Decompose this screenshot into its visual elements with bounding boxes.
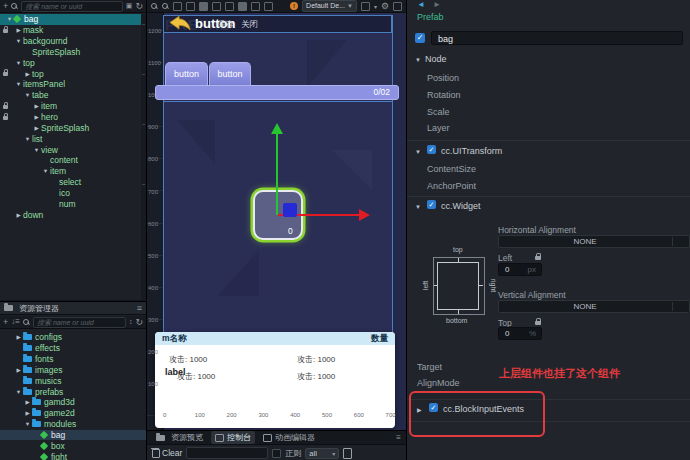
expand-arrow-icon[interactable]: ▶ bbox=[23, 410, 32, 416]
tree-row-list[interactable]: ▼list bbox=[0, 133, 146, 144]
tree-row-modules[interactable]: ▼modules bbox=[0, 419, 146, 430]
widget-section-header[interactable]: ▼ bbox=[415, 201, 425, 211]
rect-tool-icon[interactable] bbox=[186, 2, 195, 11]
refresh-icon[interactable]: ↻ bbox=[135, 1, 143, 11]
assets-search-icon[interactable] bbox=[23, 319, 30, 326]
expand-arrow-icon[interactable]: ▶ bbox=[23, 71, 32, 77]
anchor-tool-icon[interactable] bbox=[225, 2, 234, 11]
tree-row-tabe[interactable]: ▼tabe bbox=[0, 90, 146, 101]
tree-row-view[interactable]: ▼view bbox=[0, 144, 146, 155]
clear-button[interactable]: Clear bbox=[152, 448, 182, 458]
tree-row-backgournd[interactable]: ▼backgournd bbox=[0, 36, 146, 47]
expand-arrow-icon[interactable]: ▶ bbox=[32, 114, 41, 120]
top-offset-field[interactable]: 0 % bbox=[498, 327, 542, 340]
expand-arrow-icon[interactable]: ▶ bbox=[14, 334, 23, 340]
tree-row-mask[interactable]: ▶mask bbox=[0, 25, 146, 36]
expand-arrow-icon[interactable]: ▶ bbox=[32, 125, 41, 131]
warning-badge[interactable]: ! bbox=[290, 2, 298, 10]
tree-row-box[interactable]: box bbox=[0, 440, 146, 451]
collapse-arrow-icon[interactable]: ▼ bbox=[32, 147, 41, 153]
settings-gear-icon[interactable]: ⚙ bbox=[381, 1, 389, 11]
collapse-arrow-icon[interactable]: ▼ bbox=[23, 136, 32, 142]
tree-row-ico[interactable]: ico bbox=[0, 188, 146, 199]
tree-row-down[interactable]: ▶down bbox=[0, 209, 146, 220]
horizontal-alignment-dropdown[interactable]: NONE bbox=[498, 235, 690, 248]
locate-icon[interactable]: ▣ bbox=[126, 1, 133, 11]
align-tool-icon[interactable] bbox=[251, 2, 260, 11]
log-level-select[interactable]: all▾ bbox=[305, 448, 339, 459]
expand-arrow-icon[interactable]: ▶ bbox=[14, 212, 23, 218]
top-lock-icon[interactable] bbox=[535, 320, 541, 325]
left-offset-field[interactable]: 0 px bbox=[498, 263, 542, 276]
collapse-arrow-icon[interactable]: ▼ bbox=[14, 81, 23, 87]
prefab-tab-2[interactable]: button bbox=[209, 62, 251, 85]
console-filter-input[interactable] bbox=[186, 447, 268, 459]
tree-row-itemsPanel[interactable]: ▼itemsPanel bbox=[0, 79, 146, 90]
back-arrow-icon[interactable] bbox=[169, 15, 191, 31]
layout-icon[interactable] bbox=[361, 2, 370, 11]
vertical-alignment-dropdown[interactable]: NONE bbox=[498, 300, 690, 313]
console-menu-icon[interactable]: ≡ bbox=[396, 433, 401, 442]
expand-arrow-icon[interactable]: ▶ bbox=[14, 367, 23, 373]
close-button[interactable]: 关闭 bbox=[241, 19, 258, 31]
expand-arrow-icon[interactable]: ▶ bbox=[32, 103, 41, 109]
grid-tool-icon[interactable] bbox=[238, 2, 247, 11]
uitransform-section-header[interactable]: ▼ bbox=[415, 146, 425, 156]
assets-search-input[interactable]: 搜索 name or uuid bbox=[33, 317, 126, 328]
move-tool-icon[interactable] bbox=[173, 2, 182, 11]
tree-row-images[interactable]: ▶images bbox=[0, 365, 146, 376]
tree-row-item[interactable]: ▼item bbox=[0, 166, 146, 177]
save-button[interactable]: 保存 bbox=[217, 19, 234, 31]
tree-row-fight[interactable]: fight bbox=[0, 451, 146, 460]
sort-icon[interactable]: ↓≡ bbox=[11, 317, 20, 327]
tree-row-SpriteSplash[interactable]: SpriteSplash bbox=[0, 47, 146, 58]
tree-row-prefabs[interactable]: ▼prefabs bbox=[0, 386, 146, 397]
zoom-in-icon[interactable] bbox=[162, 3, 169, 10]
export-log-icon[interactable] bbox=[343, 448, 352, 459]
tree-row-fonts[interactable]: fonts bbox=[0, 354, 146, 365]
hierarchy-search-input[interactable]: 搜索 name or uuid bbox=[21, 1, 123, 12]
hierarchy-scrollbar[interactable] bbox=[141, 14, 146, 300]
console-tab-1[interactable]: 控制台 bbox=[211, 431, 255, 444]
collapse-arrow-icon[interactable]: ▼ bbox=[23, 92, 32, 98]
tree-row-num[interactable]: num bbox=[0, 198, 146, 209]
node-active-checkbox[interactable]: ✓ bbox=[415, 33, 425, 43]
tree-row-effects[interactable]: effects bbox=[0, 343, 146, 354]
tree-row-select[interactable]: select bbox=[0, 177, 146, 188]
tree-row-bag[interactable]: ▼bag bbox=[0, 14, 146, 25]
regex-checkbox[interactable] bbox=[272, 449, 281, 458]
console-tab-0[interactable]: 资源预览 bbox=[152, 431, 207, 444]
layout-caret-icon[interactable]: ▾ bbox=[374, 3, 377, 10]
expand-arrow-icon[interactable]: ▶ bbox=[23, 399, 32, 405]
collapse-arrow-icon[interactable]: ▼ bbox=[14, 38, 23, 44]
collapse-arrow-icon[interactable]: ▼ bbox=[14, 60, 23, 66]
tree-row-hero[interactable]: ▶hero bbox=[0, 112, 146, 123]
console-tab-2[interactable]: 动画编辑器 bbox=[259, 431, 319, 444]
progress-bar[interactable]: 0/02 bbox=[155, 85, 399, 100]
uitransform-checkbox[interactable]: ✓ bbox=[427, 145, 436, 154]
node-section-header[interactable]: ▼Node bbox=[415, 54, 446, 64]
prefab-tab-1[interactable]: button bbox=[165, 62, 208, 85]
assets-menu-icon[interactable]: ≡ bbox=[137, 303, 142, 313]
tree-row-gamd3d[interactable]: ▶gamd3d bbox=[0, 397, 146, 408]
widget-checkbox[interactable]: ✓ bbox=[427, 200, 436, 209]
expand-arrow-icon[interactable]: ▶ bbox=[14, 27, 23, 33]
collapse-arrow-icon[interactable]: ▼ bbox=[23, 421, 32, 427]
gizmo-center-handle[interactable] bbox=[283, 203, 297, 217]
zoom-out-icon[interactable] bbox=[151, 3, 158, 10]
view-tool-icon[interactable] bbox=[264, 2, 273, 11]
tree-row-configs[interactable]: ▶configs bbox=[0, 332, 146, 343]
left-lock-icon[interactable] bbox=[535, 255, 541, 260]
scale-tool-icon[interactable] bbox=[212, 2, 221, 11]
tree-row-game2d[interactable]: ▶game2d bbox=[0, 408, 146, 419]
tree-row-content[interactable]: content bbox=[0, 155, 146, 166]
tree-row-musics[interactable]: musics bbox=[0, 375, 146, 386]
tree-row-SpriteSplash[interactable]: ▶SpriteSplash bbox=[0, 122, 146, 133]
tree-row-item[interactable]: ▶item bbox=[0, 101, 146, 112]
rotate-tool-icon[interactable] bbox=[199, 2, 208, 11]
nav-back-icon[interactable]: ◄ bbox=[417, 0, 425, 9]
collapse-arrow-icon[interactable]: ▼ bbox=[41, 168, 50, 174]
nav-forward-icon[interactable]: ► bbox=[433, 0, 441, 9]
tree-row-bag[interactable]: bag bbox=[0, 430, 146, 441]
profile-dropdown[interactable]: Default De... ▼ bbox=[302, 0, 357, 12]
